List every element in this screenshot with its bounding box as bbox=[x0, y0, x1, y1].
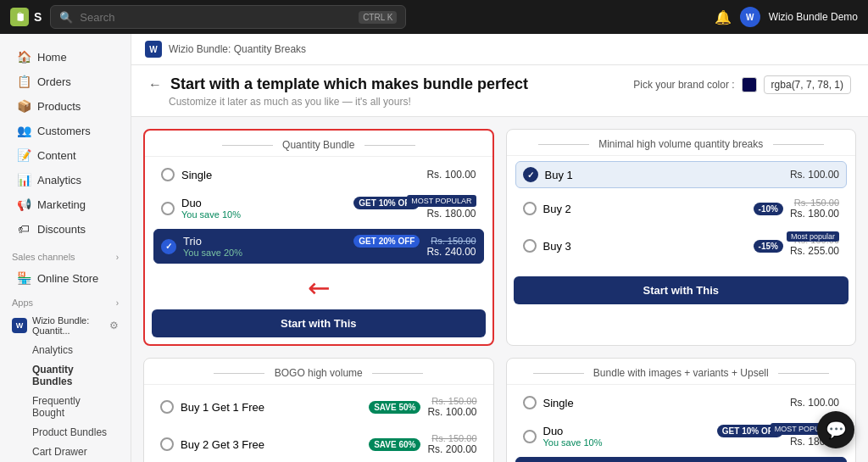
template-grid: Quantity Bundle Single Rs. 100.00 bbox=[131, 117, 868, 462]
avatar-initials: W bbox=[746, 13, 754, 22]
sidebar-label-online-store: Online Store bbox=[37, 272, 98, 285]
row-group-buy3: Buy 3 -15% bbox=[543, 240, 783, 253]
row-name-duo-img: Duo bbox=[543, 425, 712, 437]
current-price-buy1: Rs. 100.00 bbox=[790, 169, 839, 181]
card-title-quantity-bundle: Quantity Bundle bbox=[282, 139, 354, 151]
bundle-row-buy2[interactable]: Buy 2 -10% Rs. 150.00 Rs. 180.00 bbox=[515, 192, 848, 225]
sidebar-main-section: 🏠 Home 📋 Orders 📦 Products 👥 Customers 📝… bbox=[0, 41, 131, 245]
most-popular-badge-duo: MOST POPULAR bbox=[407, 195, 476, 207]
badge-buy1get1: SAVE 50% bbox=[369, 401, 420, 414]
store-name: Wizio Bundle Demo bbox=[769, 11, 858, 23]
color-value[interactable]: rgba(7, 7, 78, 1) bbox=[764, 75, 851, 94]
sidebar-sub-analytics[interactable]: Analytics bbox=[20, 341, 125, 359]
radio-duo bbox=[161, 202, 175, 215]
most-popular-badge-buy3: Most popular bbox=[787, 231, 839, 242]
price-buy1: Rs. 100.00 bbox=[790, 169, 839, 181]
radio-buy3 bbox=[523, 239, 537, 253]
original-price-buy1get1: Rs. 150.00 bbox=[427, 396, 476, 406]
color-swatch[interactable] bbox=[742, 77, 757, 92]
card-header-minimal: Minimal high volume quantity breaks bbox=[507, 130, 856, 156]
current-price-buy2: Rs. 180.00 bbox=[790, 208, 839, 220]
page-header: ← Start with a template which makes bund… bbox=[131, 65, 868, 117]
current-price-single-img: Rs. 100.00 bbox=[790, 397, 839, 409]
shopify-label: S bbox=[34, 10, 42, 24]
keyboard-shortcut: CTRL K bbox=[359, 11, 397, 24]
sidebar-item-online-store[interactable]: 🏪 Online Store bbox=[5, 266, 125, 290]
breadcrumb-text: Wizio Bundle: Quantity Breaks bbox=[169, 43, 306, 55]
original-price-buy2get3: Rs. 150.00 bbox=[427, 433, 476, 443]
card-header-bundle-images: Bundle with images + variants + Upsell bbox=[507, 359, 856, 385]
sidebar: 🏠 Home 📋 Orders 📦 Products 👥 Customers 📝… bbox=[0, 34, 131, 462]
sidebar-sub-cart-drawer[interactable]: Cart Drawer bbox=[20, 443, 125, 461]
bundle-row-trio[interactable]: Trio GET 20% OFF You save 20% Rs. 150.00… bbox=[153, 229, 484, 264]
sidebar-item-home[interactable]: 🏠 Home bbox=[5, 45, 125, 69]
sidebar-item-wizio[interactable]: W Wizio Bundle: Quantit... ⚙ bbox=[0, 311, 131, 340]
app-body: 🏠 Home 📋 Orders 📦 Products 👥 Customers 📝… bbox=[0, 34, 868, 462]
bundle-row-buy2get3[interactable]: Buy 2 Get 3 Free SAVE 60% Rs. 150.00 Rs.… bbox=[153, 427, 485, 461]
row-name-duo: Duo bbox=[181, 197, 348, 209]
home-icon: 🏠 bbox=[17, 50, 31, 64]
price-buy2get3: Rs. 150.00 Rs. 200.00 bbox=[427, 433, 476, 455]
bundle-row-buy1[interactable]: Buy 1 Rs. 100.00 bbox=[515, 161, 848, 188]
bundle-row-trio-img[interactable]: Trio GET 20% OFF You save 20% Rs. 150.00… bbox=[515, 457, 848, 462]
price-single: Rs. 100.00 bbox=[426, 169, 476, 181]
save-text-trio: You save 20% bbox=[183, 248, 420, 258]
sidebar-item-orders[interactable]: 📋 Orders bbox=[5, 70, 125, 93]
marketing-icon: 📢 bbox=[17, 198, 31, 211]
card-header-bogo: BOGO high volume bbox=[144, 359, 493, 385]
row-name-buy2get3: Buy 2 Get 3 Free bbox=[181, 438, 364, 451]
sidebar-item-content[interactable]: 📝 Content bbox=[5, 143, 125, 167]
bundle-rows-bogo: Buy 1 Get 1 Free SAVE 50% Rs. 150.00 Rs.… bbox=[144, 385, 493, 462]
bundle-row-duo[interactable]: Duo GET 10% OFF You save 10% Rs. 150.00 … bbox=[153, 191, 484, 225]
customers-icon: 👥 bbox=[17, 124, 31, 137]
wizio-submenu: Analytics Quantity Bundles Frequently Bo… bbox=[0, 341, 131, 462]
sidebar-label-wizio: Wizio Bundle: Quantit... bbox=[32, 315, 104, 336]
sidebar-item-analytics[interactable]: 📊 Analytics bbox=[5, 168, 125, 192]
search-icon: 🔍 bbox=[59, 11, 73, 24]
orders-icon: 📋 bbox=[17, 75, 31, 88]
page-title: Start with a template which makes bundle… bbox=[170, 75, 528, 93]
row-name-single-img: Single bbox=[543, 397, 783, 409]
original-price-buy2: Rs. 150.00 bbox=[790, 198, 839, 208]
price-single-img: Rs. 100.00 bbox=[790, 397, 839, 409]
nav-right: 🔔 W Wizio Bundle Demo bbox=[715, 7, 858, 27]
row-group-buy1get1: Buy 1 Get 1 Free SAVE 50% bbox=[181, 401, 420, 414]
shopify-bag-icon bbox=[10, 8, 29, 26]
bundle-rows-images: Single Rs. 100.00 Duo GET 10% OFF bbox=[507, 385, 856, 462]
expand-icon[interactable]: › bbox=[116, 253, 119, 262]
bundle-row-duo-img[interactable]: Duo GET 10% OFF You save 10% Rs. 150.00 … bbox=[515, 419, 848, 454]
top-navigation: S 🔍 CTRL K 🔔 W Wizio Bundle Demo bbox=[0, 0, 868, 34]
bundle-row-buy3[interactable]: Buy 3 -15% Rs. 150.00 Rs. 255.00 Most po… bbox=[515, 229, 848, 263]
back-button[interactable]: ← bbox=[148, 77, 162, 92]
search-bar[interactable]: 🔍 CTRL K bbox=[50, 5, 406, 29]
shopify-logo: S bbox=[10, 8, 42, 26]
chat-button[interactable]: 💬 bbox=[817, 411, 854, 448]
search-input[interactable] bbox=[80, 11, 352, 24]
sidebar-item-customers[interactable]: 👥 Customers bbox=[5, 119, 125, 142]
sidebar-item-products[interactable]: 📦 Products bbox=[5, 94, 125, 118]
apps-label: Apps › bbox=[0, 291, 131, 311]
price-buy1get1: Rs. 150.00 Rs. 100.00 bbox=[427, 396, 476, 418]
start-with-this-button-quantity[interactable]: Start with This bbox=[152, 309, 486, 337]
start-with-this-button-minimal[interactable]: Start with This bbox=[514, 276, 849, 304]
price-trio: Rs. 150.00 Rs. 240.00 bbox=[426, 236, 476, 258]
bundle-row-single[interactable]: Single Rs. 100.00 bbox=[153, 162, 484, 187]
sidebar-sub-quantity-bundles[interactable]: Quantity Bundles bbox=[20, 360, 125, 391]
bundle-row-single-img[interactable]: Single Rs. 100.00 bbox=[515, 390, 848, 415]
row-group-single: Single bbox=[181, 169, 420, 181]
row-name-buy3: Buy 3 bbox=[543, 240, 748, 253]
settings-gear-icon[interactable]: ⚙ bbox=[109, 320, 119, 331]
sidebar-sub-product-bundles[interactable]: Product Bundles bbox=[20, 423, 125, 442]
sidebar-item-marketing[interactable]: 📢 Marketing bbox=[5, 192, 125, 216]
sidebar-item-discounts[interactable]: 🏷 Discounts bbox=[5, 217, 125, 241]
bundle-row-buy1get1[interactable]: Buy 1 Get 1 Free SAVE 50% Rs. 150.00 Rs.… bbox=[153, 390, 485, 424]
main-content: W Wizio Bundle: Quantity Breaks ← Start … bbox=[131, 34, 868, 462]
radio-duo-img bbox=[523, 430, 537, 443]
row-group-duo-img: Duo GET 10% OFF You save 10% bbox=[543, 425, 783, 448]
apps-expand-icon[interactable]: › bbox=[116, 298, 119, 308]
sidebar-sub-frequently-bought[interactable]: Frequently Bought bbox=[20, 392, 125, 422]
discounts-icon: 🏷 bbox=[17, 222, 31, 236]
analytics-icon: 📊 bbox=[17, 173, 31, 186]
breadcrumb-icon: W bbox=[145, 41, 162, 58]
notification-icon[interactable]: 🔔 bbox=[715, 9, 732, 25]
